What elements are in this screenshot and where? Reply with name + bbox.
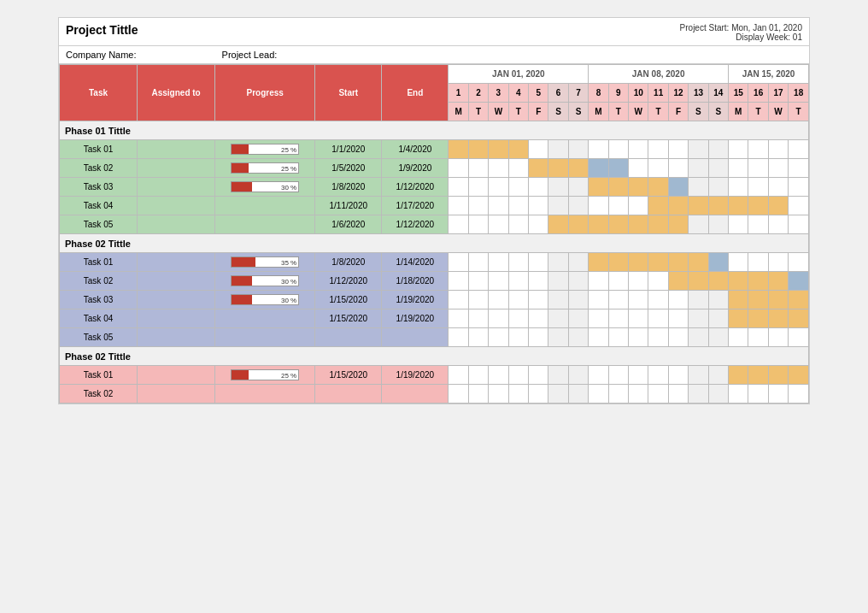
gantt-day-cell — [768, 215, 788, 234]
task-assigned — [138, 328, 215, 347]
gantt-day-cell — [608, 140, 628, 159]
date-header-7: 7 — [568, 84, 588, 103]
gantt-day-cell — [489, 309, 508, 328]
gantt-day-cell — [768, 385, 788, 404]
gantt-day-cell — [729, 366, 748, 385]
display-week: Display Week: 01 — [680, 32, 802, 42]
task-row: Task 0225 %1/5/20201/9/2020 — [60, 159, 809, 178]
gantt-day-cell — [508, 385, 528, 404]
gantt-day-cell — [789, 197, 809, 215]
task-start — [315, 328, 382, 347]
task-start: 1/8/2020 — [315, 253, 382, 272]
gantt-day-cell — [689, 328, 708, 347]
day-header-7: M — [589, 103, 608, 121]
gantt-day-cell — [468, 159, 488, 178]
gantt-day-cell — [548, 178, 568, 197]
task-end: 1/19/2020 — [382, 309, 449, 328]
gantt-day-cell — [468, 178, 488, 197]
gantt-day-cell — [748, 253, 768, 272]
task-name: Task 04 — [60, 197, 138, 215]
gantt-day-cell — [468, 385, 488, 404]
task-start: 1/12/2020 — [315, 272, 382, 291]
gantt-day-cell — [629, 272, 648, 291]
task-end — [382, 328, 449, 347]
gantt-day-cell — [529, 159, 548, 178]
gantt-day-cell — [789, 272, 809, 291]
gantt-day-cell — [589, 159, 608, 178]
task-name: Task 04 — [60, 309, 138, 328]
gantt-day-cell — [548, 291, 568, 309]
task-row: Task 0230 %1/12/20201/18/2020 — [60, 272, 809, 291]
gantt-day-cell — [489, 253, 508, 272]
gantt-day-cell — [789, 253, 809, 272]
gantt-day-cell — [668, 253, 688, 272]
gantt-day-cell — [508, 366, 528, 385]
gantt-day-cell — [729, 178, 748, 197]
day-header-9: W — [629, 103, 648, 121]
gantt-day-cell — [668, 385, 688, 404]
task-assigned — [138, 385, 215, 404]
gantt-day-cell — [589, 253, 608, 272]
date-header-12: 12 — [668, 84, 688, 103]
gantt-day-cell — [629, 291, 648, 309]
gantt-day-cell — [648, 197, 668, 215]
gantt-day-cell — [568, 328, 588, 347]
date-header-18: 18 — [789, 84, 809, 103]
gantt-table: Task Assigned to Progress Start End JAN … — [59, 64, 809, 404]
gantt-day-cell — [568, 159, 588, 178]
gantt-day-cell — [629, 140, 648, 159]
gantt-day-cell — [668, 159, 688, 178]
date-header-14: 14 — [708, 84, 728, 103]
gantt-day-cell — [568, 272, 588, 291]
gantt-day-cell — [508, 309, 528, 328]
task-row: Task 0330 %1/15/20201/19/2020 — [60, 291, 809, 309]
day-header-2: W — [489, 103, 508, 121]
task-assigned — [138, 366, 215, 385]
gantt-day-cell — [708, 272, 728, 291]
gantt-day-cell — [529, 366, 548, 385]
week-header-0: JAN 01, 2020 — [449, 65, 589, 84]
gantt-day-cell — [589, 366, 608, 385]
gantt-day-cell — [468, 215, 488, 234]
gantt-day-cell — [689, 385, 708, 404]
gantt-day-cell — [689, 197, 708, 215]
gantt-day-cell — [589, 197, 608, 215]
gantt-day-cell — [608, 291, 628, 309]
gantt-day-cell — [668, 197, 688, 215]
gantt-day-cell — [689, 309, 708, 328]
day-header-11: F — [668, 103, 688, 121]
gantt-day-cell — [568, 253, 588, 272]
gantt-day-cell — [648, 328, 668, 347]
company-name-label: Company Name: — [66, 50, 137, 60]
gantt-day-cell — [748, 178, 768, 197]
gantt-day-cell — [748, 328, 768, 347]
gantt-day-cell — [668, 215, 688, 234]
gantt-day-cell — [748, 309, 768, 328]
gantt-day-cell — [589, 309, 608, 328]
col-header-start: Start — [315, 65, 382, 121]
gantt-day-cell — [648, 159, 668, 178]
task-end: 1/14/2020 — [382, 253, 449, 272]
gantt-day-cell — [589, 272, 608, 291]
gantt-day-cell — [708, 159, 728, 178]
gantt-day-cell — [689, 291, 708, 309]
date-header-1: 1 — [449, 84, 468, 103]
gantt-day-cell — [529, 272, 548, 291]
date-header-6: 6 — [548, 84, 568, 103]
gantt-day-cell — [508, 197, 528, 215]
gantt-day-cell — [708, 215, 728, 234]
gantt-day-cell — [748, 366, 768, 385]
task-end: 1/19/2020 — [382, 291, 449, 309]
gantt-day-cell — [468, 253, 488, 272]
day-header-8: T — [608, 103, 628, 121]
phase-title-0: Phase 01 Tittle — [60, 121, 809, 140]
task-row: Task 0330 %1/8/20201/12/2020 — [60, 178, 809, 197]
gantt-day-cell — [548, 215, 568, 234]
project-start: Project Start: Mon, Jan 01, 2020 — [680, 23, 802, 32]
gantt-day-cell — [608, 328, 628, 347]
gantt-day-cell — [768, 253, 788, 272]
gantt-day-cell — [629, 366, 648, 385]
task-progress — [215, 328, 315, 347]
date-header-2: 2 — [468, 84, 488, 103]
col-header-end: End — [382, 65, 449, 121]
